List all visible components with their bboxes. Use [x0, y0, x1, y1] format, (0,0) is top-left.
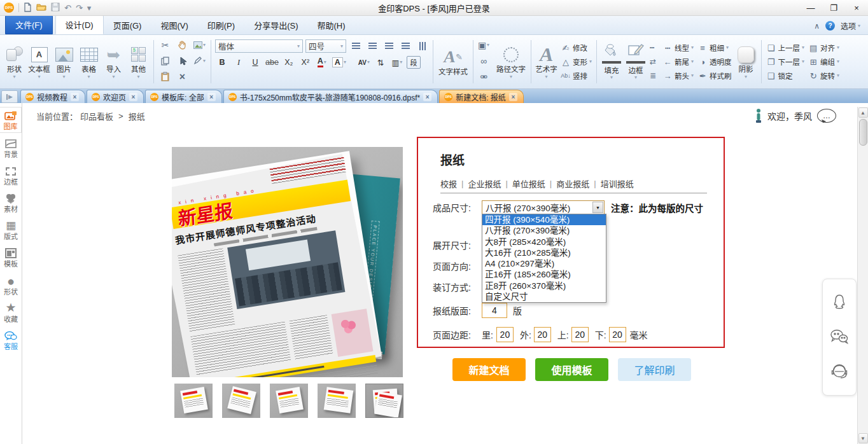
sidebar-item-layout[interactable]: ▦版式 [0, 218, 22, 242]
menu-view[interactable]: 视图(V) [151, 16, 197, 34]
strikethrough-button[interactable]: abe [265, 56, 279, 69]
vertical-text-button[interactable]: Ab↓竖排 [561, 70, 592, 82]
size-option-da16kai[interactable]: 大16开 (210×285毫米) [482, 247, 606, 258]
restore-button[interactable]: ❐ [822, 0, 845, 15]
category-school-paper[interactable]: 校报 [440, 177, 457, 190]
tab-new-newspaper[interactable]: DPS新建文档: 报纸× [439, 90, 524, 103]
category-enterprise-paper[interactable]: 企业报纸 [468, 177, 501, 190]
pan-hand-icon[interactable] [178, 40, 187, 50]
message-bubble-icon[interactable]: … [817, 109, 836, 123]
border-button[interactable]: 边框▾ [624, 43, 648, 80]
char-spacing-button[interactable]: AV▾ [357, 56, 371, 69]
arrow-head-button[interactable]: →箭头▾ [662, 70, 694, 82]
insert-shape-button[interactable]: 形状▾ [2, 44, 27, 79]
node-edit-icon[interactable]: ▾ [193, 57, 206, 65]
scrollbar-thumb[interactable] [859, 119, 867, 146]
group-button[interactable]: ⊞编组▾ [808, 56, 839, 68]
copy-icon[interactable] [161, 57, 170, 66]
finished-size-select[interactable]: 八开报 (270×390毫米) ▼ [482, 200, 605, 214]
size-option-zheng8kai[interactable]: 正8开 (260×370毫米) [482, 281, 606, 291]
size-option-zheng16kai[interactable]: 正16开 (185×260毫米) [482, 269, 606, 280]
unlink-icon[interactable]: ⚮ [480, 72, 487, 82]
insert-other-button[interactable]: 5其他▾ [126, 44, 151, 79]
close-button[interactable]: × [845, 0, 868, 15]
size-option-sikaibao[interactable]: 四开报 (390×540毫米) [482, 214, 606, 225]
paragraph-button[interactable]: 段 [407, 56, 421, 69]
line-group-icon[interactable]: ≣ [650, 70, 656, 82]
align-button[interactable]: ▤对齐▾ [808, 42, 839, 54]
use-template-button[interactable]: 使用模板 [535, 358, 608, 381]
tab-book-document[interactable]: DPS书-175x250mm软皮平装-旅游随笔190808-0916.dpsf*… [223, 90, 438, 103]
italic-button[interactable]: I [232, 56, 246, 69]
save-icon[interactable] [51, 3, 60, 13]
minimize-button[interactable]: — [799, 0, 822, 15]
menu-page[interactable]: 页面(G) [104, 16, 151, 34]
category-unit-paper[interactable]: 单位报纸 [512, 177, 545, 190]
rotate-button[interactable]: ↻旋转▾ [808, 70, 839, 82]
close-tab-icon[interactable]: × [71, 93, 79, 101]
thickness-button[interactable]: ≡粗细▾ [697, 42, 732, 54]
menu-design[interactable]: 设计(D) [55, 15, 104, 34]
select-cursor-icon[interactable] [179, 57, 186, 66]
sidebar-item-border[interactable]: 边框 [0, 163, 22, 188]
sidebar-item-background[interactable]: 背景 [0, 135, 22, 160]
margin-inner-input[interactable] [496, 327, 514, 342]
arrow-tail-button[interactable]: ←箭尾▾ [662, 56, 694, 68]
sidebar-item-support[interactable]: 客服 [0, 328, 22, 352]
learn-printing-button[interactable]: 了解印刷 [618, 358, 691, 381]
close-tab-icon[interactable]: × [129, 93, 137, 101]
layer-down-button[interactable]: ❐下一层▾ [766, 56, 805, 68]
import-button[interactable]: ➥导入▾ [101, 44, 126, 79]
underline-button[interactable]: U [248, 56, 262, 69]
paste-icon[interactable] [161, 72, 169, 81]
char-background-button[interactable]: A▾ [332, 56, 347, 69]
category-business-paper[interactable]: 商业报纸 [556, 177, 589, 190]
collapse-ribbon-icon[interactable]: ∧ [814, 22, 820, 31]
menu-share-export[interactable]: 分享导出(S) [244, 16, 307, 34]
preview-thumbnail-2[interactable] [222, 384, 260, 418]
wechat-icon[interactable] [830, 328, 849, 347]
insert-table-button[interactable]: 表格▾ [76, 44, 101, 79]
cut-icon[interactable]: ✂ [162, 40, 169, 50]
tab-welcome[interactable]: DPS欢迎页× [87, 90, 144, 103]
margin-top-input[interactable] [571, 327, 589, 342]
align-center-button[interactable] [365, 40, 379, 53]
bold-button[interactable]: B [215, 56, 229, 69]
combo-arrow-icon[interactable]: ▼ [592, 202, 603, 213]
wordart-transform-button[interactable]: △变形▾ [561, 56, 592, 68]
create-document-button[interactable]: 新建文档 [452, 358, 526, 381]
align-justify-button[interactable] [398, 40, 412, 53]
image-adjust-icon[interactable]: ▾ [193, 41, 206, 49]
delete-icon[interactable]: × [179, 71, 185, 83]
dash-style-icon[interactable]: ┅ [650, 42, 656, 54]
qat-dropdown-icon[interactable]: ▾ [87, 4, 92, 12]
wordart-modify-button[interactable]: ✍修改 [561, 42, 592, 54]
text-wrap-icon[interactable]: ▣▾ [478, 40, 489, 50]
sidebar-item-material[interactable]: 素材 [0, 190, 22, 215]
fill-button[interactable]: 填充▾ [599, 43, 624, 80]
open-folder-icon[interactable] [36, 3, 46, 13]
opacity-button[interactable]: ◑透明度 [697, 56, 732, 68]
sidebar-item-gallery[interactable]: 图库 [0, 107, 22, 133]
font-size-select[interactable]: 四号▾ [305, 39, 346, 53]
preview-thumbnail-4[interactable] [318, 384, 356, 418]
qq-icon[interactable] [830, 293, 849, 312]
category-training-paper[interactable]: 培训报纸 [601, 177, 634, 190]
redo-icon[interactable]: ↷ [76, 4, 83, 12]
close-tab-icon[interactable]: × [509, 93, 517, 101]
menu-file[interactable]: 文件(F) [5, 15, 53, 34]
size-option-a4[interactable]: A4 (210×297毫米) [482, 258, 606, 269]
scroll-down-icon[interactable]: ▼ [858, 433, 868, 443]
subscript-button[interactable]: X₂ [282, 56, 296, 69]
expand-tabs-button[interactable]: ▶ [1, 90, 18, 103]
text-style-button[interactable]: A✎文字样式 [436, 46, 470, 76]
vertical-scrollbar[interactable]: ▲ ▼ [857, 107, 868, 444]
line-type-button[interactable]: ┅线型▾ [662, 42, 694, 54]
menu-print[interactable]: 印刷(P) [198, 16, 244, 34]
align-left-button[interactable] [349, 40, 363, 53]
sidebar-item-shape[interactable]: ●形状 [0, 273, 22, 298]
word-art-button[interactable]: A艺术字▾ [534, 44, 559, 79]
layer-up-button[interactable]: ❏上一层▾ [766, 42, 805, 54]
preview-thumbnail-5[interactable] [365, 384, 403, 418]
insert-textbox-button[interactable]: A文本框▾ [27, 44, 52, 79]
